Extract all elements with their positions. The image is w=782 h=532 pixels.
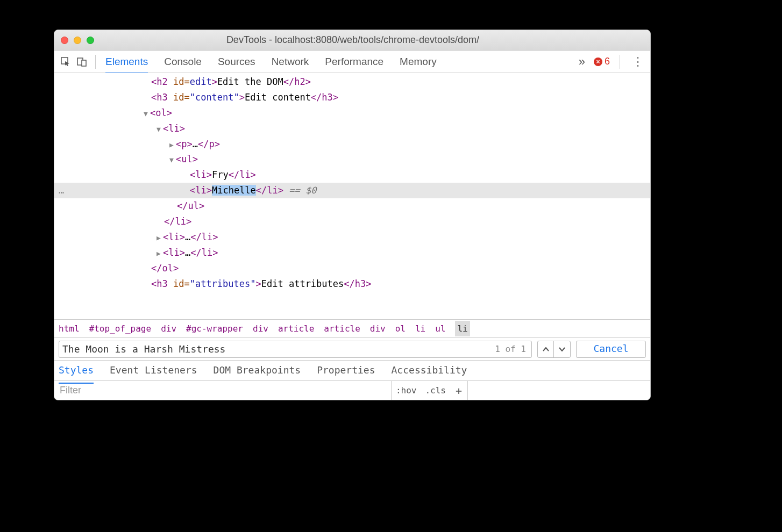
dom-node-ul-close[interactable]: </ul> xyxy=(54,198,650,214)
breadcrumb: html #top_of_page div #gc-wrapper div ar… xyxy=(54,319,650,337)
cls-toggle[interactable]: .cls xyxy=(421,381,450,400)
dom-node-h2[interactable]: <h2 id=edit>Edit the DOM</h2> xyxy=(54,74,650,90)
overflow-icon[interactable]: … xyxy=(59,183,64,198)
crumb-html[interactable]: html xyxy=(59,321,80,336)
dom-tree[interactable]: <h2 id=edit>Edit the DOM</h2> <h3 id="co… xyxy=(54,73,650,319)
prev-match-icon[interactable] xyxy=(538,341,554,357)
elements-panel: <h2 id=edit>Edit the DOM</h2> <h3 id="co… xyxy=(54,73,650,400)
search-input-wrapper: 1 of 1 xyxy=(59,341,532,358)
dom-node-li-close[interactable]: </li> xyxy=(54,214,650,229)
dom-node-ol-close[interactable]: </ol> xyxy=(54,261,650,276)
filter-input[interactable] xyxy=(54,381,391,400)
dom-node-p[interactable]: ▶<p>…</p> xyxy=(54,136,650,152)
subtab-properties[interactable]: Properties xyxy=(317,362,375,379)
computed-pane xyxy=(467,381,650,400)
dom-node-h3-attributes[interactable]: <h3 id="attributes">Edit attributes</h3> xyxy=(54,276,650,292)
more-tabs-icon[interactable]: » xyxy=(574,55,589,69)
dom-node-li-fry[interactable]: <li>Fry</li> xyxy=(54,167,650,183)
dom-node-h3-content[interactable]: <h3 id="content">Edit content</h3> xyxy=(54,90,650,105)
tab-performance[interactable]: Performance xyxy=(325,56,383,68)
hov-toggle[interactable]: :hov xyxy=(392,381,421,400)
styles-tabs: Styles Event Listeners DOM Breakpoints P… xyxy=(54,360,650,380)
subtab-accessibility[interactable]: Accessibility xyxy=(392,362,467,379)
crumb-ol[interactable]: ol xyxy=(395,321,406,336)
window-title: DevTools - localhost:8080/web/tools/chro… xyxy=(62,34,644,46)
dom-node-ol-open[interactable]: ▼<ol> xyxy=(54,105,650,121)
dom-node-li-collapsed[interactable]: ▶<li>…</li> xyxy=(54,229,650,245)
crumb-article[interactable]: article xyxy=(324,321,360,336)
crumb-li[interactable]: li xyxy=(415,321,425,336)
new-style-rule-icon[interactable]: + xyxy=(450,381,467,400)
subtab-event-listeners[interactable]: Event Listeners xyxy=(110,362,197,379)
crumb-gc-wrapper[interactable]: #gc-wrapper xyxy=(186,321,243,336)
titlebar: DevTools - localhost:8080/web/tools/chro… xyxy=(54,30,650,51)
cancel-button[interactable]: Cancel xyxy=(576,341,646,358)
error-count: 6 xyxy=(605,56,610,67)
tab-console[interactable]: Console xyxy=(164,56,202,68)
crumb-article[interactable]: article xyxy=(278,321,314,336)
subtab-dom-breakpoints[interactable]: DOM Breakpoints xyxy=(214,362,301,379)
error-icon: × xyxy=(594,57,602,66)
crumb-div[interactable]: div xyxy=(253,321,268,336)
main-toolbar: Elements Console Sources Network Perform… xyxy=(54,51,650,73)
inspect-element-icon[interactable] xyxy=(58,54,74,70)
dom-node-ul-open[interactable]: ▼<ul> xyxy=(54,152,650,167)
dom-node-li-open[interactable]: ▼<li> xyxy=(54,121,650,136)
style-toggles: :hov .cls + xyxy=(391,381,467,400)
search-input[interactable] xyxy=(62,343,493,355)
device-toolbar-icon[interactable] xyxy=(74,54,90,70)
crumb-top-of-page[interactable]: #top_of_page xyxy=(89,321,152,336)
devtools-window: DevTools - localhost:8080/web/tools/chro… xyxy=(54,30,651,400)
divider xyxy=(620,55,620,69)
match-count: 1 of 1 xyxy=(493,342,528,356)
panel-tabs: Elements Console Sources Network Perform… xyxy=(105,56,574,68)
svg-rect-2 xyxy=(82,60,86,66)
dom-node-li-collapsed[interactable]: ▶<li>…</li> xyxy=(54,245,650,261)
next-match-icon[interactable] xyxy=(554,341,570,357)
dom-node-li-michelle[interactable]: …<li>Michelle</li> == $0 xyxy=(54,183,650,198)
crumb-div[interactable]: div xyxy=(370,321,386,336)
search-bar: 1 of 1 Cancel xyxy=(54,337,650,360)
crumb-li-selected[interactable]: li xyxy=(455,321,470,336)
tab-elements[interactable]: Elements xyxy=(105,56,148,74)
error-badge[interactable]: × 6 xyxy=(594,56,610,67)
settings-menu-icon[interactable]: ⋮ xyxy=(629,55,647,69)
tab-network[interactable]: Network xyxy=(272,56,309,68)
search-nav xyxy=(537,341,571,358)
tab-sources[interactable]: Sources xyxy=(218,56,255,68)
crumb-div[interactable]: div xyxy=(161,321,176,336)
tab-memory[interactable]: Memory xyxy=(400,56,437,68)
styles-filter-bar: :hov .cls + xyxy=(54,380,650,400)
crumb-ul[interactable]: ul xyxy=(435,321,445,336)
divider xyxy=(95,55,96,69)
